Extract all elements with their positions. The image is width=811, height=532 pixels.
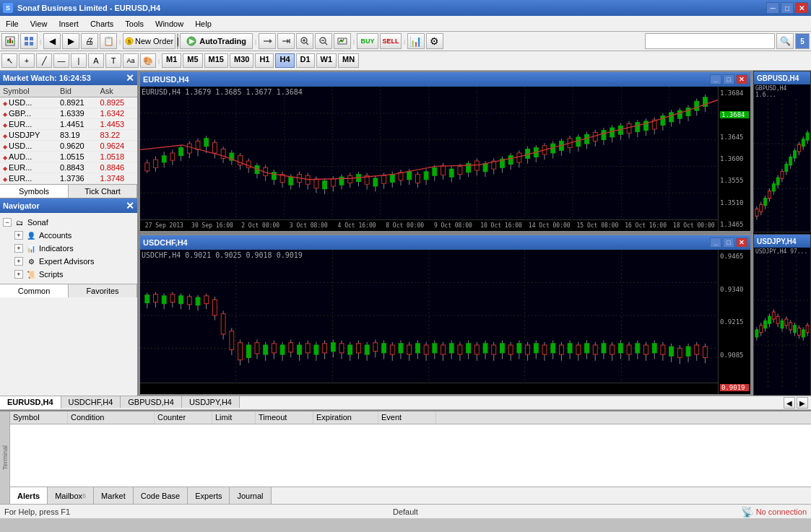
menu-insert[interactable]: Insert	[53, 16, 84, 31]
label-tool[interactable]: Aa	[123, 53, 139, 68]
forward-button[interactable]: ▶	[62, 33, 79, 49]
color-tool[interactable]: 🎨	[140, 53, 156, 68]
menu-tools[interactable]: Tools	[119, 16, 149, 31]
tf-w1[interactable]: W1	[316, 53, 337, 68]
alerts-tab-market[interactable]: Market	[94, 487, 134, 504]
nav-expand-accounts[interactable]: +	[14, 231, 23, 240]
nav-expand-scripts[interactable]: +	[14, 270, 23, 279]
chart-tab-usdjpy[interactable]: USDJPY,H4	[182, 396, 240, 408]
fit-button[interactable]	[334, 33, 351, 49]
market-watch-row[interactable]: ◆AUD...1.05151.0518	[0, 152, 137, 162]
nav-item-sonaf[interactable]: − 🗂 Sonaf	[3, 216, 134, 229]
line-tool[interactable]: ╱	[36, 53, 52, 68]
market-watch-row[interactable]: ◆EUR...1.37361.3748	[0, 173, 137, 184]
vline-tool[interactable]: |	[71, 53, 87, 68]
chart-tab-usdchf[interactable]: USDCHF,H4	[61, 396, 121, 408]
more-btn[interactable]: ⚙	[426, 33, 443, 49]
sell-button[interactable]: SELL	[380, 33, 402, 49]
search-button[interactable]: 🔍	[776, 33, 794, 49]
menu-window[interactable]: Window	[149, 16, 189, 31]
tf-d1[interactable]: D1	[296, 53, 315, 68]
nav-item-accounts[interactable]: + 👤 Accounts	[14, 229, 134, 242]
svg-rect-312	[677, 348, 682, 357]
profiles-button[interactable]	[20, 33, 38, 49]
market-watch-row[interactable]: ◆USD...0.89210.8925	[0, 97, 137, 108]
nav-item-indicators[interactable]: + 📊 Indicators	[14, 242, 134, 255]
tf-h1[interactable]: H1	[255, 53, 274, 68]
tf-m1[interactable]: M1	[162, 53, 181, 68]
nav-expand-sonaf[interactable]: −	[3, 218, 12, 227]
terminal-sidebar[interactable]: Terminal	[0, 411, 10, 504]
market-watch-row[interactable]: ◆USDJPY83.1983.22	[0, 130, 137, 141]
minimize-button[interactable]: ─	[766, 2, 779, 14]
svg-rect-186	[145, 295, 149, 303]
chart-shift-button[interactable]	[259, 33, 276, 49]
alerts-tab-experts[interactable]: Experts	[188, 487, 230, 504]
search-input[interactable]	[645, 33, 775, 49]
autoscroll-button[interactable]	[277, 33, 295, 49]
zoom-in-button[interactable]	[296, 33, 313, 49]
market-watch-row[interactable]: ◆USD...0.96200.9624	[0, 141, 137, 152]
svg-rect-262	[467, 344, 471, 353]
tf-mn[interactable]: MN	[338, 53, 359, 68]
tf-m15[interactable]: M15	[204, 53, 228, 68]
tf-m5[interactable]: M5	[183, 53, 202, 68]
nav-item-scripts[interactable]: + 📜 Scripts	[14, 268, 134, 281]
title-bar-buttons[interactable]: ─ □ ✕	[766, 2, 808, 14]
chart-maximize-btn[interactable]: □	[723, 74, 734, 84]
chart-usdchf-minimize[interactable]: _	[710, 237, 721, 248]
nav-tab-favorites[interactable]: Favorites	[69, 284, 137, 297]
indicators-btn[interactable]: 📊	[407, 33, 425, 49]
buy-button[interactable]: BUY	[357, 33, 378, 49]
maximize-button[interactable]: □	[781, 2, 794, 14]
text-tool[interactable]: T	[105, 53, 121, 68]
chart-close-btn[interactable]: ✕	[736, 74, 747, 84]
chart-tab-gbpusd[interactable]: GBPUSD,H4	[121, 396, 182, 408]
chart-usdchf-content[interactable]: USDCHF,H4 0.9021 0.9025 0.9018 0.9019	[140, 250, 750, 394]
alerts-tab-journal[interactable]: Journal	[230, 487, 271, 504]
nav-expand-indicators[interactable]: +	[14, 244, 23, 253]
tf-h4[interactable]: H4	[275, 53, 294, 68]
tabs-scroll-right[interactable]: ▶	[797, 397, 808, 409]
new-chart-button[interactable]	[1, 33, 19, 49]
close-button[interactable]: ✕	[795, 2, 808, 14]
cursor-tool[interactable]: ↖	[1, 53, 17, 68]
chart-tab-eurusd[interactable]: EURUSD,H4	[0, 396, 61, 409]
market-watch-row[interactable]: ◆GBP...1.63391.6342	[0, 108, 137, 119]
mw-tab-tick-chart[interactable]: Tick Chart	[69, 185, 137, 198]
tf-m30[interactable]: M30	[230, 53, 253, 68]
market-watch-row[interactable]: ◆EUR...0.88430.8846	[0, 162, 137, 173]
crosshair-tool[interactable]: +	[19, 53, 35, 68]
alerts-tab-mailbox[interactable]: Mailbox6	[48, 487, 94, 504]
nav-tab-common[interactable]: Common	[0, 284, 69, 297]
fib-tool[interactable]: A	[88, 53, 104, 68]
hline-tool[interactable]: —	[53, 53, 69, 68]
menu-charts[interactable]: Charts	[84, 16, 119, 31]
symbol-dot: ◆	[3, 133, 7, 139]
alerts-tab-alerts[interactable]: Alerts	[10, 487, 48, 504]
market-watch-close[interactable]: ✕	[126, 73, 134, 83]
nav-expand-experts[interactable]: +	[14, 257, 23, 266]
navigator-close[interactable]: ✕	[126, 201, 134, 211]
chart-usdchf-close[interactable]: ✕	[736, 237, 747, 248]
market-watch-row[interactable]: ◆EUR...1.44511.4453	[0, 119, 137, 130]
autotrading-button[interactable]: ▶ AutoTrading	[180, 33, 253, 49]
nav-item-expert-advisors[interactable]: + ⚙ Expert Advisors	[14, 255, 134, 268]
news-button[interactable]: 5	[795, 33, 810, 49]
mw-tab-symbols[interactable]: Symbols	[0, 185, 69, 198]
new-order-label[interactable]: New Order	[135, 37, 173, 45]
autotrading-label: AutoTrading	[199, 37, 246, 45]
alerts-tab-codebase[interactable]: Code Base	[134, 487, 188, 504]
back-button[interactable]: ◀	[43, 33, 61, 49]
menu-file[interactable]: File	[0, 16, 25, 31]
print-button[interactable]: 🖨	[81, 33, 98, 49]
chart-eurusd-content[interactable]: EURUSD,H4 1.3679 1.3685 1.3677 1.3684	[140, 87, 750, 231]
menu-view[interactable]: View	[25, 16, 53, 31]
chart-minimize-btn[interactable]: _	[710, 74, 721, 84]
tabs-scroll-left[interactable]: ◀	[784, 397, 795, 409]
properties-button[interactable]: 📋	[100, 33, 117, 49]
zoom-out-button[interactable]	[315, 33, 332, 49]
chart-usdchf-maximize[interactable]: □	[723, 237, 734, 248]
svg-text:$: $	[128, 38, 131, 45]
menu-help[interactable]: Help	[189, 16, 217, 31]
